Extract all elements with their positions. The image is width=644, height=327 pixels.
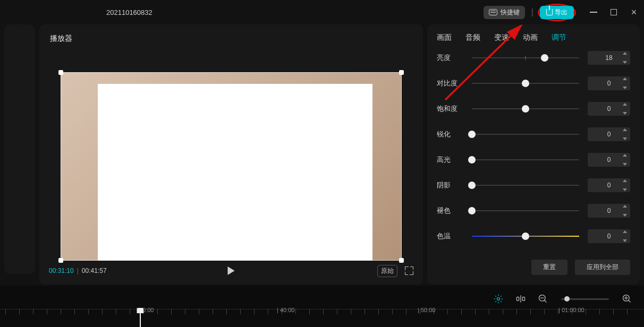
ruler-label: | 01:00:00	[558, 307, 584, 313]
params-list: 亮度18对比度0饱和度0锐化0高光0阴影0褪色0色温0	[427, 50, 640, 252]
param-row-temperature: 色温0	[437, 229, 630, 243]
param-row-shadow: 阴影0	[437, 178, 630, 192]
spinner-temperature[interactable]	[623, 230, 628, 242]
preview-viewport[interactable]	[61, 72, 402, 261]
slider-knob[interactable]	[541, 54, 548, 62]
slider-track	[472, 210, 579, 211]
spinner-contrast[interactable]	[623, 78, 628, 89]
tab-speed[interactable]: 变速	[494, 33, 509, 42]
player-title: 播放器	[39, 24, 423, 53]
zoom-in-icon[interactable]	[622, 294, 632, 304]
play-button[interactable]	[228, 266, 235, 275]
slider-knob[interactable]	[468, 207, 476, 214]
slider-knob[interactable]	[468, 182, 476, 189]
slider-saturation[interactable]	[472, 104, 579, 114]
value-box-highlight[interactable]: 0	[588, 153, 630, 167]
param-row-fade: 褪色0	[437, 204, 630, 218]
ruler-label: | 50:00	[418, 307, 435, 313]
slider-knob[interactable]	[468, 156, 476, 164]
svg-rect-1	[517, 297, 519, 301]
left-sidebar	[4, 24, 35, 274]
spinner-brightness[interactable]	[623, 52, 628, 64]
tab-animation[interactable]: 动画	[523, 33, 538, 42]
slider-knob[interactable]	[522, 233, 529, 240]
tab-picture[interactable]: 画面	[437, 33, 452, 42]
value-saturation: 0	[607, 105, 611, 113]
value-sharpen: 0	[607, 131, 611, 138]
slider-track	[472, 134, 579, 135]
window-maximize-button[interactable]	[610, 8, 617, 16]
param-label-saturation: 饱和度	[437, 104, 463, 114]
value-box-contrast[interactable]: 0	[588, 76, 630, 90]
slider-temperature[interactable]	[472, 231, 579, 242]
value-box-saturation[interactable]: 0	[588, 102, 630, 116]
param-label-temperature: 色温	[437, 231, 463, 241]
value-box-temperature[interactable]: 0	[588, 229, 630, 243]
slider-brightness[interactable]	[472, 53, 579, 63]
timeline-ruler[interactable]: | 30:00| 40:00| 50:00| 01:00:00	[0, 309, 644, 327]
spinner-sharpen[interactable]	[623, 128, 628, 140]
ruler-label: | 40:00	[277, 307, 294, 313]
param-row-saturation: 饱和度0	[437, 102, 630, 116]
shortcuts-button[interactable]: 快捷键	[484, 6, 525, 19]
export-wrap: 导出	[540, 6, 574, 19]
tab-audio[interactable]: 音频	[465, 33, 480, 42]
slider-contrast[interactable]	[472, 78, 579, 89]
aspect-ratio-button[interactable]: 原始	[377, 265, 397, 277]
value-box-shadow[interactable]: 0	[588, 178, 630, 192]
slider-shadow[interactable]	[472, 180, 579, 191]
fullscreen-button[interactable]	[405, 266, 413, 275]
param-label-contrast: 对比度	[437, 79, 463, 88]
param-label-shadow: 阴影	[437, 180, 463, 190]
export-button[interactable]: 导出	[540, 6, 574, 19]
zoom-knob[interactable]	[564, 296, 570, 302]
value-highlight: 0	[607, 156, 611, 164]
value-shadow: 0	[607, 182, 611, 189]
param-label-fade: 褪色	[437, 206, 463, 216]
tab-adjust[interactable]: 调节	[552, 33, 566, 42]
shortcuts-label: 快捷键	[501, 8, 520, 17]
playhead[interactable]	[137, 308, 143, 319]
slider-track	[472, 185, 579, 186]
keyboard-icon	[489, 9, 497, 15]
play-icon	[228, 266, 235, 275]
auto-snap-icon[interactable]	[493, 294, 504, 304]
value-brightness: 18	[605, 54, 612, 62]
slider-knob[interactable]	[522, 80, 529, 87]
spinner-shadow[interactable]	[623, 179, 628, 191]
inspector-panel: 画面 音频 变速 动画 调节 亮度18对比度0饱和度0锐化0高光0阴影0褪色0色…	[427, 24, 640, 285]
total-time: 00:41:57	[82, 267, 107, 274]
player-panel: 播放器 00:31:10 | 00:41:57 原始	[39, 24, 423, 285]
spinner-saturation[interactable]	[623, 103, 628, 115]
slider-knob[interactable]	[522, 105, 529, 113]
inspector-footer: 重置 应用到全部	[427, 252, 640, 285]
zoom-slider[interactable]	[561, 298, 609, 300]
window-minimize-button[interactable]	[590, 8, 597, 16]
slider-fade[interactable]	[472, 205, 579, 216]
slider-sharpen[interactable]	[472, 129, 579, 140]
spinner-fade[interactable]	[623, 205, 628, 217]
value-temperature: 0	[607, 233, 611, 240]
aspect-label: 原始	[381, 267, 394, 274]
reset-button[interactable]: 重置	[531, 260, 567, 275]
apply-all-button[interactable]: 应用到全部	[575, 260, 630, 275]
value-box-brightness[interactable]: 18	[588, 51, 630, 65]
value-fade: 0	[607, 207, 611, 214]
value-box-sharpen[interactable]: 0	[588, 127, 630, 141]
param-row-contrast: 对比度0	[437, 76, 630, 90]
slider-highlight[interactable]	[472, 154, 579, 165]
split-icon[interactable]	[515, 294, 526, 304]
spinner-highlight[interactable]	[623, 154, 628, 166]
zoom-out-icon[interactable]	[538, 294, 548, 304]
resize-handle-top-left[interactable]	[58, 70, 63, 75]
svg-rect-2	[522, 297, 524, 301]
window-close-button[interactable]: ×	[630, 8, 638, 16]
slider-knob[interactable]	[468, 131, 476, 138]
param-label-sharpen: 锐化	[437, 130, 463, 139]
selection-frame[interactable]	[61, 72, 402, 261]
player-controls: 00:31:10 | 00:41:57 原始	[39, 257, 423, 285]
separator: |	[531, 7, 533, 17]
slider-track	[472, 159, 579, 160]
resize-handle-top-right[interactable]	[399, 70, 404, 75]
value-box-fade[interactable]: 0	[588, 204, 630, 218]
